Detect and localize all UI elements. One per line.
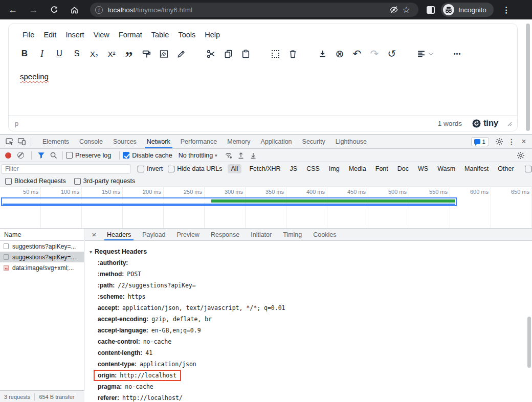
resource-type-chip[interactable]: Doc	[394, 164, 412, 173]
resource-type-chip[interactable]: CSS	[303, 164, 323, 173]
menu-item[interactable]: Format	[114, 29, 147, 41]
page-scrollbar[interactable]	[526, 24, 530, 131]
throttling-select[interactable]: No throttling	[179, 152, 213, 159]
devtools-tab[interactable]: Security	[297, 135, 330, 148]
filter-funnel-icon[interactable]	[35, 150, 47, 161]
password-eye-off-icon[interactable]	[388, 4, 400, 16]
restore-draft-icon[interactable]: ↺	[383, 46, 401, 61]
resource-type-chip[interactable]: WS	[414, 164, 432, 173]
request-row[interactable]: suggestions?apiKey=...	[0, 241, 84, 252]
home-icon[interactable]	[68, 3, 81, 16]
browser-menu-icon[interactable]: ⋮	[501, 5, 512, 15]
resource-type-chip[interactable]: Fetch/XHR	[246, 164, 284, 173]
editor-content[interactable]: speeling	[9, 65, 517, 115]
reload-icon[interactable]	[47, 3, 60, 16]
select-all-icon[interactable]	[267, 46, 284, 61]
resize-handle-icon[interactable]	[506, 121, 512, 126]
detail-tab[interactable]: Payload	[137, 229, 171, 240]
menu-item[interactable]: Insert	[61, 29, 88, 41]
search-icon[interactable]	[47, 150, 59, 161]
cut-icon[interactable]	[202, 46, 219, 61]
bookmark-star-icon[interactable]: ☆	[400, 4, 412, 16]
format-painter-icon[interactable]	[138, 46, 155, 61]
detail-tab[interactable]: Response	[205, 229, 245, 240]
more-options-icon[interactable]: •••	[449, 46, 466, 61]
devtools-tab[interactable]: Sources	[108, 135, 142, 148]
inspect-element-icon[interactable]	[3, 136, 15, 147]
devtools-tab[interactable]: Network	[142, 135, 175, 148]
clear-icon[interactable]	[17, 152, 24, 159]
menu-item[interactable]: File	[18, 29, 39, 41]
cancel-icon[interactable]: ⊗	[331, 46, 348, 61]
detail-scrollbar[interactable]	[527, 317, 531, 368]
strikethrough-icon[interactable]: S	[68, 46, 85, 61]
devtools-tab[interactable]: Console	[74, 135, 108, 148]
pen-icon[interactable]	[172, 46, 190, 61]
menu-item[interactable]: View	[89, 29, 114, 41]
preserve-log-checkbox[interactable]	[66, 152, 73, 159]
hide-data-urls-checkbox[interactable]	[168, 166, 174, 172]
forward-icon[interactable]: →	[27, 3, 40, 16]
device-toolbar-icon[interactable]	[15, 136, 28, 147]
picture-frame-icon[interactable]	[155, 46, 172, 61]
site-info-icon[interactable]: i	[95, 6, 103, 14]
bold-icon[interactable]: B	[16, 46, 33, 61]
menu-item[interactable]: Edit	[39, 29, 61, 41]
resource-type-chip[interactable]: All	[228, 164, 242, 173]
menu-item[interactable]: Table	[147, 29, 174, 41]
italic-icon[interactable]: I	[33, 46, 51, 61]
network-overview-timeline[interactable]: 50 ms100 ms150 ms200 ms250 ms300 ms350 m…	[0, 187, 532, 229]
detail-tab[interactable]: Headers	[101, 229, 137, 240]
underline-icon[interactable]: U	[51, 46, 68, 61]
devtools-tab[interactable]: Memory	[222, 135, 255, 148]
devtools-tab[interactable]: Lighthouse	[330, 135, 372, 148]
menu-item[interactable]: Help	[200, 29, 225, 41]
side-panel-icon[interactable]	[427, 6, 435, 14]
detail-tab[interactable]: Cookies	[307, 229, 342, 240]
menu-item[interactable]: Tools	[173, 29, 200, 41]
tiny-brand[interactable]: tiny	[472, 118, 498, 128]
request-list-header[interactable]: Name	[0, 229, 84, 241]
resource-type-chip[interactable]: Font	[372, 164, 392, 173]
undo-icon[interactable]: ↶	[348, 46, 366, 61]
resource-type-chip[interactable]: Other	[494, 164, 517, 173]
detail-tab[interactable]: Initiator	[245, 229, 277, 240]
detail-tab[interactable]: Timing	[277, 229, 307, 240]
word-count[interactable]: 1 words	[438, 120, 462, 127]
disable-cache-checkbox[interactable]	[123, 152, 129, 159]
has-blocked-cookies-checkbox[interactable]	[525, 166, 531, 172]
third-party-checkbox[interactable]	[74, 178, 81, 185]
invert-checkbox[interactable]	[138, 166, 144, 172]
request-row[interactable]: data:image/svg+xml;...	[0, 262, 84, 273]
detail-tab[interactable]: Preview	[171, 229, 205, 240]
detail-close-icon[interactable]: ×	[89, 230, 99, 239]
import-har-icon[interactable]	[235, 150, 247, 161]
download-icon[interactable]	[314, 46, 331, 61]
filter-input[interactable]	[2, 164, 130, 174]
blockquote-icon[interactable]: ”	[120, 46, 138, 61]
align-left-icon[interactable]	[413, 46, 436, 61]
network-settings-icon[interactable]	[515, 150, 527, 161]
back-icon[interactable]: ←	[6, 3, 19, 16]
issues-badge[interactable]: 1	[471, 137, 489, 146]
resource-type-chip[interactable]: JS	[286, 164, 301, 173]
devtools-settings-icon[interactable]	[493, 136, 505, 147]
record-icon[interactable]	[5, 152, 11, 159]
devtools-menu-icon[interactable]: ⋮	[505, 136, 518, 147]
devtools-tab[interactable]: Performance	[175, 135, 223, 148]
resource-type-chip[interactable]: Manifest	[461, 164, 492, 173]
subscript-icon[interactable]: X₂	[85, 46, 103, 61]
resource-type-chip[interactable]: Media	[345, 164, 370, 173]
devtools-close-icon[interactable]: ×	[518, 136, 530, 147]
devtools-tab[interactable]: Elements	[37, 135, 74, 148]
network-conditions-icon[interactable]	[223, 150, 235, 161]
element-path[interactable]: p	[15, 120, 438, 127]
export-har-icon[interactable]	[247, 150, 259, 161]
misspelled-word[interactable]: speeling	[20, 72, 49, 81]
request-row[interactable]: suggestions?apiKey=...	[0, 252, 84, 262]
paste-icon[interactable]	[237, 46, 254, 61]
blocked-requests-checkbox[interactable]	[5, 178, 12, 185]
delete-icon[interactable]	[284, 46, 301, 61]
superscript-icon[interactable]: X²	[103, 46, 120, 61]
devtools-tab[interactable]: Application	[255, 135, 297, 148]
